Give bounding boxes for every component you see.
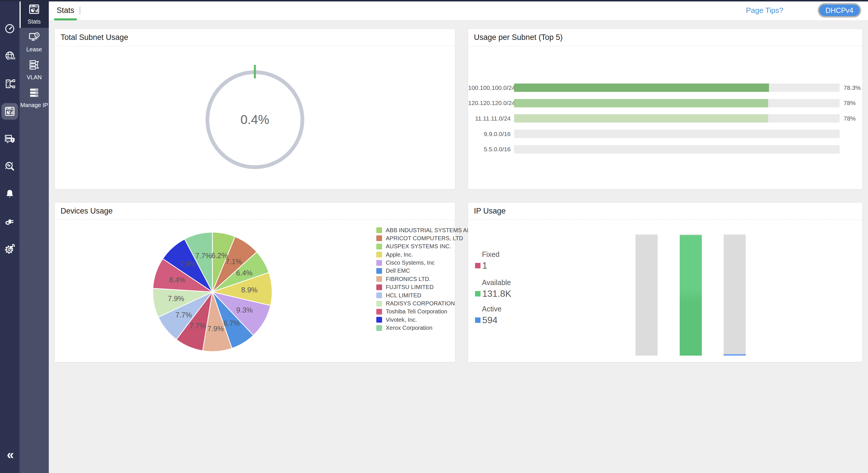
nav-bell-button[interactable] [0, 180, 20, 208]
subnet-row: 5.5.0.0/16 [468, 145, 862, 154]
legend-item: FIBRONICS LTD. [376, 276, 471, 282]
pie-slice-label: 6.4% [236, 269, 253, 277]
page-tips-link[interactable]: Page Tips? [746, 6, 783, 15]
nav-dns-globe-button[interactable]: DNS [0, 42, 20, 70]
legend-swatch [376, 309, 382, 315]
legend-label: RADISYS CORPORATION [386, 300, 455, 307]
gear-wrench-icon [1, 241, 18, 257]
total-subnet-usage-donut-chart: 0.4% [197, 62, 312, 177]
legend-swatch [376, 260, 382, 266]
legend-label: FUJITSU LIMITED [386, 284, 434, 290]
legend-swatch [376, 325, 382, 331]
vlan-servers-icon [28, 59, 40, 72]
card-body: 100.100.100.0/2478.3%120.120.120.0/2478%… [468, 46, 862, 189]
pie-slice-label: 7.9% [179, 260, 196, 268]
legend-swatch [376, 235, 382, 241]
legend-label: Vivotek, Inc. [386, 317, 417, 323]
nav-analytics-search-button[interactable] [0, 153, 20, 180]
card-ip-usage: IP Usage Fixed1Available131.8KActive594 [468, 202, 863, 362]
subnet-label: 100.100.100.0/24 [468, 84, 514, 91]
subnet-bar-fill [514, 99, 768, 107]
svg-text:DNS: DNS [9, 57, 16, 60]
pie-slice-label: 8.4% [169, 276, 185, 284]
subnet-bar-track [514, 99, 840, 107]
collapse-sidebar-button[interactable]: « [0, 448, 20, 461]
legend-item: RADISYS CORPORATION [376, 301, 471, 307]
pie-slice-label: 7.7% [190, 322, 206, 330]
legend-swatch [376, 244, 382, 249]
legend-label: Xerox Corporation [386, 325, 432, 331]
legend-item: HCL LIMITED [376, 292, 471, 298]
card-devices-usage: Devices Usage 6.2%7.1%6.4%8.9%9.3%6.7%7.… [55, 202, 455, 362]
legend-label: Apple, Inc. [386, 251, 413, 258]
pie-slice-label: 7.7% [175, 311, 192, 319]
legend-label: Toshiba Teli Corporation [386, 308, 447, 315]
nav-plug-button[interactable] [0, 208, 20, 235]
dhcpv4-badge[interactable]: DHCPv4 [818, 3, 861, 18]
nav-rail: DNS « [0, 0, 20, 473]
pie-slice-label: 6.7% [223, 319, 240, 327]
pie-slice-label: 7.1% [226, 257, 242, 265]
bell-icon [1, 186, 18, 202]
ip-bar-active [724, 234, 746, 356]
subnet-bar-track [514, 114, 840, 123]
pie-slice-label: 7.9% [168, 294, 184, 303]
nav-gear-wrench-button[interactable] [0, 235, 20, 263]
pie-slice-label: 7.7% [195, 252, 212, 260]
legend-item: APRICOT COMPUTERS, LTD [376, 235, 471, 241]
tab-stats[interactable]: Stats [54, 0, 77, 21]
legend-label: FIBRONICS LTD. [386, 276, 431, 282]
donut-center-value: 0.4% [197, 62, 312, 177]
card-body: 6.2%7.1%6.4%8.9%9.3%6.7%7.9%7.7%7.7%7.9%… [55, 220, 455, 362]
subnet-label: 9.9.0.0/16 [468, 131, 514, 137]
card-title: Devices Usage [61, 207, 113, 216]
legend-item: FUJITSU LIMITED [376, 284, 471, 290]
sidebar-item-lease[interactable]: Lease [20, 28, 49, 56]
stats-window-icon [28, 3, 40, 17]
dashboard-icon [1, 20, 18, 37]
subnet-bar-fill [514, 84, 769, 92]
card-usage-per-subnet: Usage per Subnet (Top 5) 100.100.100.0/2… [468, 29, 863, 189]
card-body: 0.4% [55, 46, 455, 189]
subnet-value: 78% [844, 100, 856, 106]
stats-pie-icon [1, 103, 18, 120]
ip-bar-fixed [636, 234, 658, 356]
card-title: Usage per Subnet (Top 5) [474, 33, 563, 42]
server-alert-icon [1, 131, 18, 147]
legend-swatch [376, 301, 382, 307]
nav-server-alert-button[interactable] [0, 125, 20, 153]
pie-svg: 6.2%7.1%6.4%8.9%9.3%6.7%7.9%7.7%7.7%7.9%… [149, 229, 276, 355]
devices-usage-pie-chart: 6.2%7.1%6.4%8.9%9.3%6.7%7.9%7.7%7.7%7.9%… [149, 229, 276, 355]
sidebar-item-vlan[interactable]: VLAN [20, 56, 49, 84]
subnet-bar-track [514, 130, 840, 138]
subnet-label: 11.11.11.0/24 [468, 115, 514, 122]
legend-swatch [376, 292, 382, 298]
nav-network-device-button[interactable] [0, 70, 20, 98]
subnet-value: 78.3% [844, 84, 861, 91]
legend-swatch [376, 284, 382, 290]
subnet-label: 120.120.120.0/24 [468, 100, 514, 106]
subnet-row: 9.9.0.0/16 [468, 130, 862, 138]
subnet-usage-bar-chart: 100.100.100.0/2478.3%120.120.120.0/2478%… [468, 84, 862, 160]
pie-slice-label: 7.9% [207, 325, 224, 333]
legend-item: Cisco Systems, Inc [376, 260, 471, 266]
legend-label: Cisco Systems, Inc [386, 259, 435, 266]
nav-stats-pie-button[interactable] [0, 98, 20, 125]
subnet-value: 78% [844, 115, 856, 122]
legend-item: Xerox Corporation [376, 325, 471, 331]
sidebar-item-stats[interactable]: Stats [20, 0, 49, 28]
network-device-icon [1, 75, 18, 92]
nav-dashboard-button[interactable] [0, 15, 20, 42]
topbar: Stats Page Tips? DHCPv4 [49, 0, 868, 21]
sidebar-item-label: Stats [28, 19, 41, 25]
ip-bar-available [680, 234, 702, 356]
dns-globe-icon: DNS [1, 48, 18, 65]
legend-swatch [376, 268, 382, 274]
plug-icon [1, 213, 18, 230]
lease-monitor-icon [28, 31, 40, 44]
devices-usage-legend: ABB INDUSTRIAL SYSTEMS ABAPRICOT COMPUTE… [376, 227, 471, 333]
sidebar-item-manage-ip[interactable]: Manage IP [20, 84, 49, 112]
legend-item: Toshiba Teli Corporation [376, 309, 471, 315]
legend-swatch [376, 252, 382, 257]
legend-label: ABB INDUSTRIAL SYSTEMS AB [386, 227, 471, 233]
